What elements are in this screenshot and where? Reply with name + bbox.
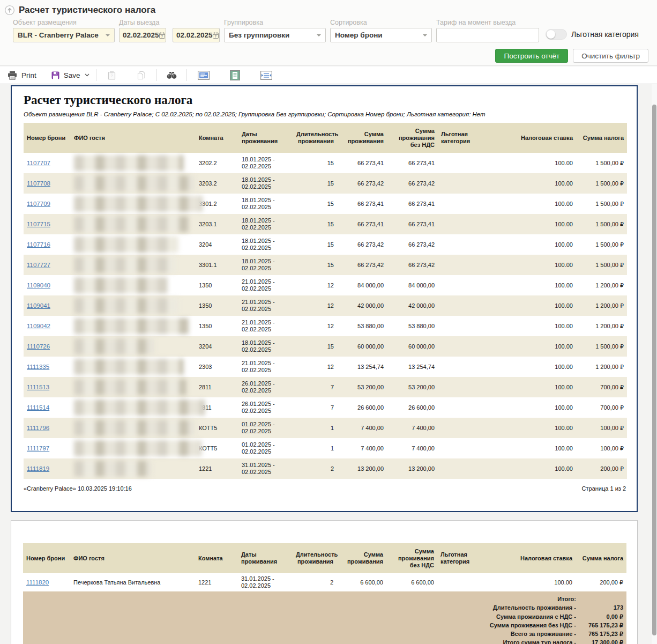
object-select[interactable]: BLR - Cranberry Palace bbox=[13, 28, 115, 42]
booking-link[interactable]: 1111335 bbox=[27, 364, 49, 370]
table-cell: 3203.2 bbox=[196, 173, 238, 194]
object-label: Объект размещения bbox=[13, 18, 115, 28]
tariff-input[interactable] bbox=[439, 28, 536, 42]
guest-name-redacted bbox=[74, 196, 203, 212]
column-header: Номер брони bbox=[24, 123, 71, 153]
booking-link[interactable]: 1109040 bbox=[27, 282, 50, 288]
table-cell: 60 000,00 bbox=[387, 336, 438, 357]
table-row: 1109042135021.01.2025 -02.02.20251253 88… bbox=[24, 316, 627, 336]
save-dropdown-chevron-icon[interactable] bbox=[85, 73, 89, 77]
booking-link[interactable]: 1107708 bbox=[27, 180, 50, 187]
toggle-label: Льготная категория bbox=[571, 30, 639, 39]
table-cell: 1107707 bbox=[24, 153, 71, 173]
table-cell: 60 000,00 bbox=[337, 336, 387, 357]
scrollbar-thumb[interactable] bbox=[652, 105, 656, 635]
view-fit-width-button[interactable] bbox=[260, 71, 272, 80]
calendar-icon[interactable]: 7 bbox=[159, 32, 165, 39]
table-row: 11077093301.218.01.2025 -02.02.20251566 … bbox=[24, 194, 627, 214]
booking-link[interactable]: 1109041 bbox=[27, 302, 50, 309]
column-header: ФИО гостя bbox=[70, 543, 195, 573]
totals-line: Итого сумма тур налога -17 300,00 ₽ bbox=[23, 638, 626, 644]
find-button[interactable] bbox=[167, 71, 177, 79]
report-table-page1: Номер брониФИО гостяКомнатаДаты проживан… bbox=[24, 123, 627, 479]
booking-link[interactable]: 1107727 bbox=[27, 262, 50, 268]
table-cell: 1350 bbox=[196, 295, 238, 316]
view-layout-button[interactable] bbox=[198, 71, 210, 80]
clear-filter-button[interactable]: Очистить фильтр bbox=[573, 49, 648, 63]
table-row: 1111335230321.01.2025 -02.02.20251213 25… bbox=[24, 357, 627, 377]
table-cell bbox=[438, 214, 501, 234]
totals-line: Сумма проживания с НДС -0,00 ₽ bbox=[23, 612, 626, 621]
column-header: Льготная категория bbox=[438, 123, 501, 153]
table-cell bbox=[438, 295, 501, 316]
privileged-category-toggle[interactable] bbox=[546, 29, 567, 40]
calendar-icon[interactable]: 7 bbox=[213, 32, 219, 39]
table-cell bbox=[438, 438, 501, 458]
table-cell: 1 200,00 ₽ bbox=[576, 275, 627, 295]
table-cell: 7 400,00 bbox=[387, 418, 438, 438]
date-from-input[interactable]: 02.02.2025 7 bbox=[119, 28, 166, 42]
booking-link[interactable]: 1111513 bbox=[27, 384, 49, 390]
sorting-select[interactable]: Номер брони bbox=[330, 28, 432, 42]
table-cell bbox=[438, 255, 501, 275]
table-cell: 1350 bbox=[196, 275, 238, 295]
column-header: Сумма проживания без НДС bbox=[387, 123, 438, 153]
table-cell bbox=[71, 438, 196, 458]
grouping-select[interactable]: Без группировки bbox=[224, 28, 326, 42]
table-cell: 18.01.2025 -02.02.2025 bbox=[238, 234, 293, 255]
table-cell: 21.01.2025 -02.02.2025 bbox=[238, 357, 293, 377]
save-button[interactable]: Save bbox=[51, 71, 89, 79]
table-cell: 7 400,00 bbox=[387, 438, 438, 458]
column-header: Сумма проживания без НДС bbox=[386, 543, 437, 573]
table-row: 1111796КОТТ501.02.2025 -02.02.202517 400… bbox=[24, 418, 627, 438]
table-cell: 18.01.2025 -02.02.2025 bbox=[238, 153, 293, 173]
table-cell: 15 bbox=[293, 153, 337, 173]
table-cell: 1 bbox=[293, 418, 337, 438]
table-cell: 42 000,00 bbox=[337, 295, 387, 316]
print-button[interactable]: Print bbox=[8, 71, 36, 80]
table-cell: 100.00 bbox=[501, 458, 576, 479]
column-header: Налоговая ставка bbox=[501, 123, 576, 153]
booking-link[interactable]: 1111819 bbox=[27, 465, 49, 472]
guest-name-redacted bbox=[74, 298, 178, 314]
table-cell: 1109040 bbox=[24, 275, 71, 295]
booking-link[interactable]: 1107715 bbox=[27, 221, 50, 227]
table-cell: 18.01.2025 -02.02.2025 bbox=[238, 214, 293, 234]
build-report-button[interactable]: Построить отчёт bbox=[495, 49, 568, 63]
table-row: 11077083203.218.01.2025 -02.02.20251566 … bbox=[24, 173, 627, 194]
table-cell: 1111335 bbox=[24, 357, 71, 377]
table-cell: 53 200,00 bbox=[387, 377, 438, 397]
column-header: Даты проживания bbox=[238, 543, 293, 573]
table-cell: 1107716 bbox=[24, 234, 71, 255]
booking-link[interactable]: 1107716 bbox=[27, 241, 50, 248]
booking-link[interactable]: 1109042 bbox=[27, 323, 50, 329]
table-cell: 7 bbox=[293, 397, 337, 418]
booking-link[interactable]: 1107709 bbox=[27, 201, 50, 207]
booking-link[interactable]: 1111514 bbox=[27, 404, 49, 411]
table-cell: 18.01.2025 -02.02.2025 bbox=[238, 255, 293, 275]
table-cell: 6 600,00 bbox=[386, 573, 437, 591]
table-cell: 66 273,42 bbox=[387, 234, 438, 255]
totals-label: Итого: bbox=[23, 595, 576, 603]
page-title: Расчет туристического налога bbox=[19, 5, 155, 16]
booking-link[interactable]: 1111796 bbox=[27, 425, 49, 431]
booking-link[interactable]: 1111797 bbox=[27, 445, 49, 451]
booking-link[interactable]: 1107707 bbox=[27, 160, 50, 166]
table-cell: 53 880,00 bbox=[387, 316, 438, 336]
booking-link[interactable]: 1110726 bbox=[27, 343, 50, 350]
table-cell bbox=[71, 173, 196, 194]
column-header: Длительность проживания bbox=[293, 543, 337, 573]
table-cell: 100.00 bbox=[501, 275, 576, 295]
table-cell: КОТТ5 bbox=[196, 438, 238, 458]
booking-link[interactable]: 1111820 bbox=[26, 579, 49, 586]
table-cell bbox=[71, 418, 196, 438]
table-cell: 7 400,00 bbox=[337, 418, 387, 438]
table-header-row: Номер брониФИО гостяКомнатаДаты проживан… bbox=[24, 123, 627, 153]
table-cell: 84 000,00 bbox=[337, 275, 387, 295]
collapse-panel-icon[interactable] bbox=[4, 5, 15, 16]
table-cell: 1350 bbox=[196, 316, 238, 336]
view-continuous-button[interactable] bbox=[230, 70, 240, 80]
table-cell: 42 000,00 bbox=[387, 295, 438, 316]
date-to-input[interactable]: 02.02.2025 7 bbox=[173, 28, 220, 42]
table-cell: 1221 bbox=[195, 573, 238, 591]
